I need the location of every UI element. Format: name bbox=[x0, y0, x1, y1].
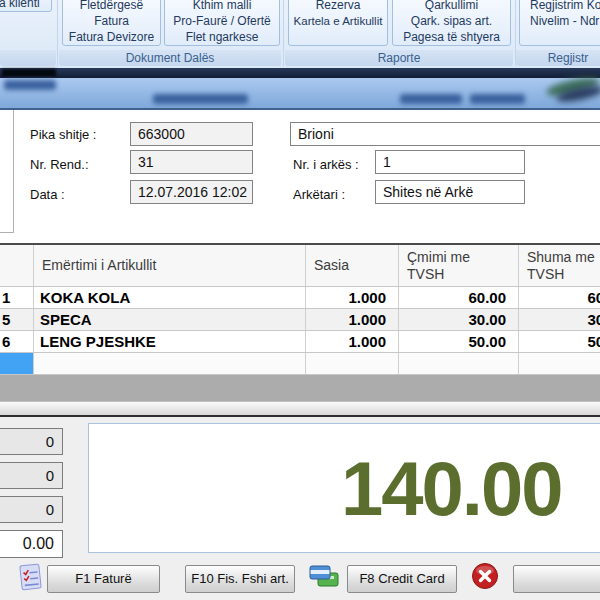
total-field-2: 0 bbox=[0, 462, 63, 489]
cell-name[interactable] bbox=[33, 353, 305, 374]
cell-qty[interactable] bbox=[305, 353, 398, 374]
cancel-icon[interactable] bbox=[471, 562, 499, 594]
side-panel-edge bbox=[0, 232, 14, 233]
ribbon-group-divider bbox=[57, 0, 58, 66]
cell-code[interactable]: 5 bbox=[0, 309, 33, 330]
ribbon-group-label-raporte: Raporte bbox=[285, 50, 513, 66]
ribbon-group-label-1 bbox=[0, 50, 56, 66]
redacted-text bbox=[4, 80, 56, 90]
cell-price[interactable]: 60.00 bbox=[398, 287, 518, 308]
column-header-code[interactable] bbox=[0, 245, 33, 286]
nr-arkes-label: Nr. i arkës : bbox=[293, 157, 359, 172]
redacted-text bbox=[470, 94, 525, 104]
ribbon-item-qark-sipas-art[interactable]: Qark. sipas art. bbox=[393, 13, 510, 29]
ribbon-item-kthim-malli[interactable]: Kthim malli bbox=[165, 0, 279, 13]
nr-rend-field[interactable]: 31 bbox=[130, 150, 253, 174]
ribbon-button-client[interactable]: ga klienti bbox=[0, 0, 52, 12]
cell-sum[interactable]: 50.00 bbox=[518, 331, 600, 352]
ribbon-button-fatura-stack: Fletdërgesë Fatura Fatura Devizore bbox=[62, 0, 161, 46]
ribbon-item-empty bbox=[520, 29, 600, 45]
table-header: Emërtimi i Artikullit Sasia Çmimi me TVS… bbox=[0, 245, 600, 287]
payment-amount-field[interactable]: 0.00 bbox=[0, 530, 63, 558]
cell-name[interactable]: SPECA bbox=[33, 309, 305, 330]
ribbon-item-nivelim[interactable]: Nivelim - Ndr bbox=[520, 13, 600, 29]
table-row[interactable]: 1 KOKA KOLA 1.000 60.00 60.00 bbox=[0, 287, 600, 309]
cell-code[interactable]: 6 bbox=[0, 331, 33, 352]
nr-arkes-field[interactable]: 1 bbox=[375, 150, 525, 174]
credit-card-icon bbox=[308, 562, 340, 596]
column-header-sum[interactable]: Shuma me TVSH bbox=[518, 245, 600, 286]
ribbon-item-pro-faure-oferte[interactable]: Pro-Faurë / Ofertë bbox=[165, 13, 279, 29]
ribbon-item-kartela-artikullit[interactable]: Kartela e Artikullit bbox=[289, 13, 387, 29]
delete-article-button[interactable]: F10 Fis. Fshi art. bbox=[185, 565, 295, 593]
data-label: Data : bbox=[30, 187, 65, 202]
cell-qty[interactable]: 1.000 bbox=[305, 309, 398, 330]
ribbon-group-divider bbox=[283, 0, 284, 66]
pika-shitje-label: Pika shitje : bbox=[30, 127, 96, 142]
ribbon-item-fatura-devizore[interactable]: Fatura Devizore bbox=[63, 29, 160, 45]
table-row[interactable]: 6 LENG PJESHKE 1.000 50.00 50.00 bbox=[0, 331, 600, 353]
column-header-qty[interactable]: Sasia bbox=[305, 245, 398, 286]
arketari-label: Arkëtari : bbox=[293, 187, 345, 202]
total-field-1: 0 bbox=[0, 428, 63, 455]
total-field-3: 0 bbox=[0, 496, 63, 523]
ribbon-button-qarkullimi-stack: Qarkullimi Qark. sipas art. Pagesa të sh… bbox=[392, 0, 511, 46]
ribbon-item-flet-ngarkese[interactable]: Flet ngarkese bbox=[165, 29, 279, 45]
grid-background bbox=[0, 375, 600, 401]
ribbon-item-empty bbox=[289, 29, 387, 45]
credit-card-button[interactable]: F8 Credit Card bbox=[347, 565, 457, 593]
ribbon-item-fatura[interactable]: Fatura bbox=[63, 13, 160, 29]
ribbon-item-rezerva[interactable]: Rezerva bbox=[289, 0, 387, 13]
cell-name[interactable]: LENG PJESHKE bbox=[33, 331, 305, 352]
ribbon-group-label-dokument-dales: Dokument Dalës bbox=[59, 50, 281, 66]
cell-price[interactable]: 50.00 bbox=[398, 331, 518, 352]
data-field[interactable]: 12.07.2016 12:02 bbox=[130, 180, 253, 204]
cell-price[interactable]: 30.00 bbox=[398, 309, 518, 330]
table-row-empty[interactable] bbox=[0, 353, 600, 375]
ribbon-group-label-regjistr: Regjistr bbox=[516, 50, 600, 66]
cell-qty[interactable]: 1.000 bbox=[305, 331, 398, 352]
invoice-button[interactable]: F1 Faturë bbox=[47, 565, 160, 593]
arketari-field[interactable]: Shites në Arkë bbox=[375, 180, 525, 204]
redacted-text bbox=[153, 94, 248, 104]
redacted-text bbox=[400, 94, 462, 104]
ribbon-item-regjistrim[interactable]: Regjistrim Ko bbox=[520, 0, 600, 13]
ribbon-item-pagesa-te-shtyera[interactable]: Pagesa të shtyera bbox=[393, 29, 510, 45]
column-header-price[interactable]: Çmimi me TVSH bbox=[398, 245, 518, 286]
ribbon-item-client[interactable]: ga klienti bbox=[0, 0, 40, 11]
cell-price[interactable] bbox=[398, 353, 518, 374]
ribbon-toolbar: ga klienti Fletdërgesë Fatura Fatura Dev… bbox=[0, 0, 600, 68]
grand-total-value: 140.00 bbox=[341, 445, 561, 532]
column-header-name[interactable]: Emërtimi i Artikullit bbox=[33, 245, 305, 286]
pika-shitje-field[interactable]: 663000 bbox=[130, 122, 253, 146]
redacted-text bbox=[2, 69, 56, 77]
ribbon-button-regjistrim-stack: Regjistrim Ko Nivelim - Ndr bbox=[519, 0, 600, 46]
ribbon-item-qarkullimi[interactable]: Qarkullimi bbox=[393, 0, 510, 13]
cell-sum[interactable]: 60.00 bbox=[518, 287, 600, 308]
table-row[interactable]: 5 SPECA 1.000 30.00 30.00 bbox=[0, 309, 600, 331]
pos-window: ga klienti Fletdërgesë Fatura Fatura Dev… bbox=[0, 0, 600, 600]
ribbon-button-kthim-stack: Kthim malli Pro-Faurë / Ofertë Flet ngar… bbox=[164, 0, 280, 46]
cell-qty[interactable]: 1.000 bbox=[305, 287, 398, 308]
nr-rend-label: Nr. Rend.: bbox=[30, 157, 89, 172]
header-divider bbox=[0, 108, 600, 110]
splitter-bar[interactable] bbox=[0, 401, 600, 415]
selected-cell[interactable] bbox=[0, 353, 33, 374]
cell-sum[interactable]: 30.00 bbox=[518, 309, 600, 330]
cell-sum[interactable] bbox=[518, 353, 600, 374]
invoice-document-icon bbox=[16, 562, 44, 597]
side-panel-edge bbox=[13, 110, 14, 232]
grand-total-display: 140.00 bbox=[88, 423, 600, 553]
cell-code[interactable]: 1 bbox=[0, 287, 33, 308]
pika-shitje-name-field[interactable]: Brioni bbox=[290, 122, 600, 146]
cell-name[interactable]: KOKA KOLA bbox=[33, 287, 305, 308]
ribbon-button-rezerva-stack: Rezerva Kartela e Artikullit bbox=[288, 0, 388, 46]
footer-button-partial[interactable] bbox=[513, 565, 600, 593]
title-strip bbox=[0, 68, 600, 78]
ribbon-item-fletdergese[interactable]: Fletdërgesë bbox=[63, 0, 160, 13]
